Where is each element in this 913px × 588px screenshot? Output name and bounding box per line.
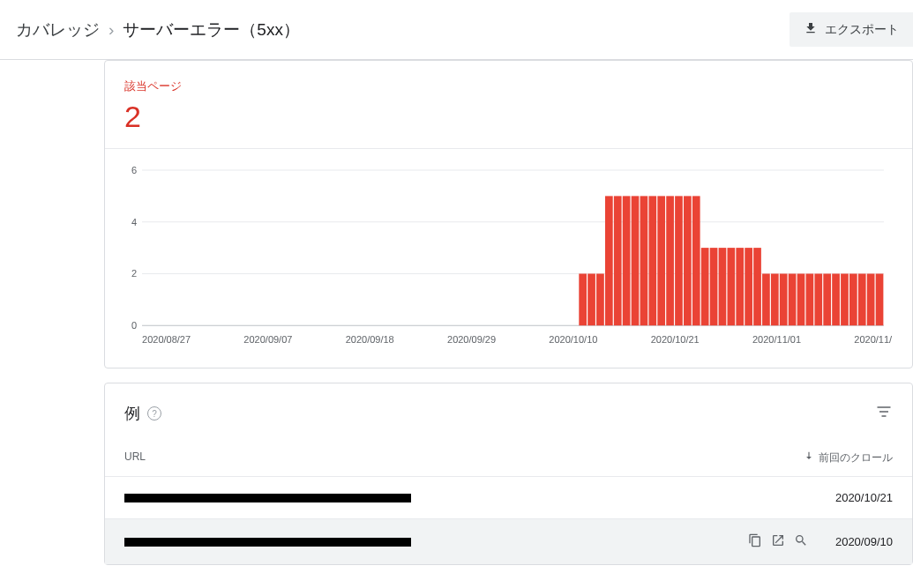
chart-card: 該当ページ 2 02462020/08/272020/09/072020/09/… xyxy=(104,60,913,368)
svg-rect-8 xyxy=(579,273,587,325)
summary-value: 2 xyxy=(124,100,893,134)
column-url[interactable]: URL xyxy=(124,450,146,465)
svg-rect-16 xyxy=(648,196,656,325)
svg-rect-9 xyxy=(587,273,595,325)
svg-rect-29 xyxy=(762,273,770,325)
svg-rect-23 xyxy=(710,248,718,325)
breadcrumb-current: サーバーエラー（5xx） xyxy=(123,19,300,41)
export-label: エクスポート xyxy=(825,22,899,38)
breadcrumb-root[interactable]: カバレッジ xyxy=(16,19,100,41)
url-cell xyxy=(124,538,411,547)
svg-rect-14 xyxy=(632,196,640,325)
open-new-icon[interactable] xyxy=(771,533,785,550)
chart: 02462020/08/272020/09/072020/09/182020/0… xyxy=(105,149,912,368)
svg-rect-21 xyxy=(692,196,700,325)
svg-text:2020/09/29: 2020/09/29 xyxy=(447,334,496,345)
svg-rect-25 xyxy=(727,248,735,325)
column-last-crawl[interactable]: 前回のクロール xyxy=(803,450,893,465)
svg-text:2020/08/27: 2020/08/27 xyxy=(142,334,191,345)
svg-rect-40 xyxy=(858,273,866,325)
svg-rect-38 xyxy=(841,273,849,325)
svg-rect-30 xyxy=(771,273,779,325)
table-row[interactable]: 2020/09/10 xyxy=(105,518,912,564)
svg-rect-15 xyxy=(640,196,648,325)
svg-rect-39 xyxy=(849,273,857,325)
svg-rect-32 xyxy=(789,273,797,325)
svg-rect-17 xyxy=(657,196,665,325)
examples-card: 例 ? URL 前回のクロール 2020/10/212020/09/10 xyxy=(104,383,913,565)
svg-text:0: 0 xyxy=(131,320,137,331)
svg-rect-41 xyxy=(867,273,875,325)
svg-rect-11 xyxy=(605,196,613,325)
svg-text:2020/09/18: 2020/09/18 xyxy=(346,334,394,345)
svg-rect-27 xyxy=(745,248,752,325)
svg-rect-20 xyxy=(684,196,692,325)
svg-text:4: 4 xyxy=(131,217,137,227)
export-button[interactable]: エクスポート xyxy=(790,12,913,47)
svg-rect-36 xyxy=(823,273,831,325)
svg-rect-18 xyxy=(666,196,674,325)
row-actions xyxy=(748,533,808,550)
svg-rect-33 xyxy=(797,273,805,325)
svg-text:2020/11/01: 2020/11/01 xyxy=(752,334,801,345)
svg-rect-10 xyxy=(596,273,604,325)
filter-icon[interactable] xyxy=(875,403,893,424)
svg-rect-34 xyxy=(806,273,814,325)
svg-rect-22 xyxy=(701,248,709,325)
svg-rect-12 xyxy=(614,196,622,325)
svg-text:2020/10/10: 2020/10/10 xyxy=(549,334,597,345)
breadcrumb: カバレッジ › サーバーエラー（5xx） xyxy=(16,19,300,41)
sort-down-icon xyxy=(803,450,815,465)
svg-rect-35 xyxy=(814,273,822,325)
url-cell xyxy=(124,494,411,502)
svg-text:6: 6 xyxy=(131,165,137,175)
svg-text:2: 2 xyxy=(131,268,137,279)
help-icon[interactable]: ? xyxy=(147,406,161,421)
svg-rect-37 xyxy=(832,273,840,325)
copy-icon[interactable] xyxy=(748,533,762,550)
table-row[interactable]: 2020/10/21 xyxy=(105,476,912,518)
table-header: URL 前回のクロール xyxy=(105,440,912,476)
row-date: 2020/09/10 xyxy=(822,535,893,548)
svg-text:2020/11/12: 2020/11/12 xyxy=(854,334,893,345)
svg-rect-24 xyxy=(719,248,727,325)
examples-title: 例 xyxy=(124,403,140,424)
svg-rect-26 xyxy=(736,248,744,325)
svg-text:2020/09/07: 2020/09/07 xyxy=(243,334,292,345)
svg-rect-42 xyxy=(876,273,884,325)
summary-label: 該当ページ xyxy=(124,78,893,94)
svg-text:2020/10/21: 2020/10/21 xyxy=(651,334,700,345)
bar-chart: 02462020/08/272020/09/072020/09/182020/0… xyxy=(124,163,893,348)
svg-rect-28 xyxy=(753,248,761,325)
download-icon xyxy=(804,21,818,38)
svg-rect-13 xyxy=(623,196,631,325)
chevron-right-icon: › xyxy=(109,20,114,40)
row-date: 2020/10/21 xyxy=(822,491,893,504)
search-icon[interactable] xyxy=(794,533,808,550)
svg-rect-31 xyxy=(780,273,788,325)
svg-rect-19 xyxy=(675,196,683,325)
